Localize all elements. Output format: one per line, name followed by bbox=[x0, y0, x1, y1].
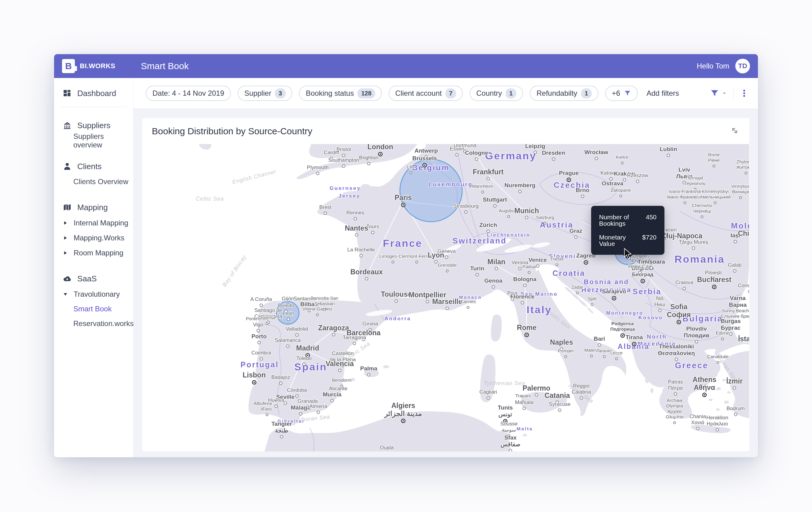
city-marker bbox=[734, 413, 737, 416]
city-label: Marseille bbox=[432, 298, 462, 305]
city-label: Brno bbox=[576, 187, 589, 193]
city-label: Nantes bbox=[345, 224, 369, 232]
saas-icon bbox=[63, 274, 72, 283]
city-label: Valladolid bbox=[286, 326, 308, 332]
filter-chip-date-4-14-nov-2019[interactable]: Date: 4 - 14 Nov 2019 bbox=[146, 86, 231, 101]
city-marker bbox=[519, 190, 521, 193]
city-marker bbox=[317, 314, 319, 316]
city-label: TernopilТернопіль bbox=[684, 175, 706, 186]
city-label: Kielce bbox=[616, 155, 629, 160]
city-marker bbox=[580, 397, 583, 400]
city-label: İstanbul bbox=[738, 335, 749, 343]
sidebar-item-saas[interactable]: SaaS bbox=[54, 271, 133, 287]
country-label: Belgium bbox=[412, 163, 450, 172]
city-marker bbox=[577, 292, 579, 294]
mouse-cursor-icon bbox=[622, 248, 633, 260]
city-label: Málaga bbox=[291, 404, 311, 411]
city-label: Bodrum bbox=[726, 406, 745, 411]
europe-bubble-map[interactable]: Celtic SeaEnglish ChannelBay of BiscayBa… bbox=[142, 144, 749, 452]
city-label: ChaniaΧανιά bbox=[690, 413, 706, 426]
filter-chip-client-account[interactable]: Client account7 bbox=[388, 86, 463, 101]
city-label: Trapani bbox=[515, 393, 531, 398]
filter-chip-booking-status[interactable]: Booking status128 bbox=[299, 86, 382, 101]
city-label: Lecce bbox=[610, 350, 622, 355]
city-label: Alicante bbox=[329, 386, 347, 392]
city-label: Brest bbox=[319, 204, 331, 210]
sidebar-item-smart-book[interactable]: Smart Book bbox=[54, 302, 133, 316]
city-label: Ostrava bbox=[602, 180, 624, 187]
city-marker bbox=[536, 265, 539, 268]
chevron-right-icon bbox=[63, 236, 67, 240]
filter-chip-refundabilty[interactable]: Refundabilty1 bbox=[530, 86, 599, 101]
sidebar-item-mapping[interactable]: Mapping bbox=[54, 199, 133, 215]
city-label: Cagliari bbox=[479, 389, 497, 395]
city-marker bbox=[524, 284, 526, 287]
country-label: Malta bbox=[517, 426, 533, 431]
avatar[interactable]: TD bbox=[735, 59, 750, 73]
country-label: Portugal bbox=[240, 360, 279, 369]
city-label: Bari bbox=[594, 335, 605, 342]
expand-diagonal-icon[interactable] bbox=[730, 126, 740, 137]
add-filters-button[interactable]: Add filters bbox=[646, 89, 679, 98]
city-label: Rzeszow bbox=[627, 172, 648, 178]
city-marker bbox=[355, 234, 358, 237]
main-area: Date: 4 - 14 Nov 2019Supplier3Booking st… bbox=[134, 78, 758, 457]
city-label: Stuttgart bbox=[483, 196, 507, 203]
sidebar-item-dashboard[interactable]: Dashboard bbox=[54, 85, 133, 101]
brand-name: BI.WORKS bbox=[80, 62, 115, 70]
city-marker bbox=[535, 394, 538, 396]
country-label: Moldova bbox=[731, 221, 749, 230]
city-marker bbox=[435, 261, 437, 263]
filter-chip-country[interactable]: Country1 bbox=[469, 86, 523, 101]
city-label: Mannheim bbox=[472, 184, 493, 189]
sidebar-item-reservation-works[interactable]: Reservation.works bbox=[54, 316, 133, 331]
city-marker bbox=[487, 178, 490, 180]
city-marker bbox=[296, 334, 298, 336]
city-label: Bologna bbox=[513, 276, 536, 282]
city-label: Zürich bbox=[479, 222, 497, 228]
city-marker bbox=[519, 267, 521, 270]
sidebar-item-internal-mapping[interactable]: Internal Mapping bbox=[54, 215, 133, 230]
tooltip-row: Monetary Value$720 bbox=[599, 234, 657, 247]
kebab-menu-icon[interactable] bbox=[740, 89, 749, 98]
sidebar-item-clients-overview[interactable]: Clients Overview bbox=[54, 174, 133, 189]
sidebar-item-suppliers[interactable]: Suppliers bbox=[54, 117, 133, 133]
city-marker bbox=[713, 165, 715, 167]
sidebar-item-clients[interactable]: Clients bbox=[54, 158, 133, 174]
sidebar-item-mapping-works[interactable]: Mapping.Works bbox=[54, 230, 133, 245]
city-label: Craiova bbox=[675, 279, 693, 285]
city-label: Girona bbox=[362, 321, 378, 327]
city-label: London bbox=[368, 144, 393, 151]
city-label: Timișoara bbox=[638, 259, 665, 265]
city-label: Turin bbox=[470, 265, 484, 272]
filter-chip-+6[interactable]: +6 bbox=[605, 86, 638, 101]
city-marker bbox=[266, 414, 268, 416]
city-label: PatrasΠάτρα bbox=[668, 379, 683, 391]
city-marker bbox=[299, 412, 302, 415]
sidebar-item-suppliers-overview[interactable]: Suppliers overview bbox=[54, 133, 133, 148]
greeting-text: Hello Tom bbox=[697, 62, 729, 70]
city-label: Ivano-FrankivskІвано-Франківськ bbox=[667, 189, 703, 199]
chevron-right-icon bbox=[63, 221, 67, 225]
city-label: Tirana bbox=[626, 334, 643, 341]
city-label: Edirne bbox=[716, 330, 729, 335]
funnel-icon[interactable] bbox=[710, 89, 727, 98]
country-label: Germany bbox=[485, 150, 536, 161]
city-label: Palma bbox=[360, 365, 377, 372]
filter-bar: Date: 4 - 14 Nov 2019Supplier3Booking st… bbox=[134, 78, 758, 109]
city-marker bbox=[343, 154, 345, 157]
city-label: Marsala bbox=[515, 400, 534, 405]
city-label: Lille bbox=[407, 164, 415, 169]
city-marker bbox=[683, 287, 686, 290]
city-label: Salzburg bbox=[536, 215, 554, 220]
city-label: Pompei bbox=[558, 348, 574, 353]
city-label: Tunisتونس bbox=[498, 404, 513, 418]
sidebar-item-travolutionary[interactable]: Travolutionary bbox=[54, 287, 133, 302]
city-label: Plymouth bbox=[307, 165, 329, 170]
filter-chip-supplier[interactable]: Supplier3 bbox=[238, 86, 292, 101]
city-label: Nuremberg bbox=[504, 182, 535, 188]
city-label: Tarragona bbox=[343, 334, 366, 341]
city-label: A Coruña bbox=[251, 296, 272, 302]
sidebar-item-room-mapping[interactable]: Room Mapping bbox=[54, 245, 133, 260]
city-label: Cannes bbox=[460, 299, 476, 304]
